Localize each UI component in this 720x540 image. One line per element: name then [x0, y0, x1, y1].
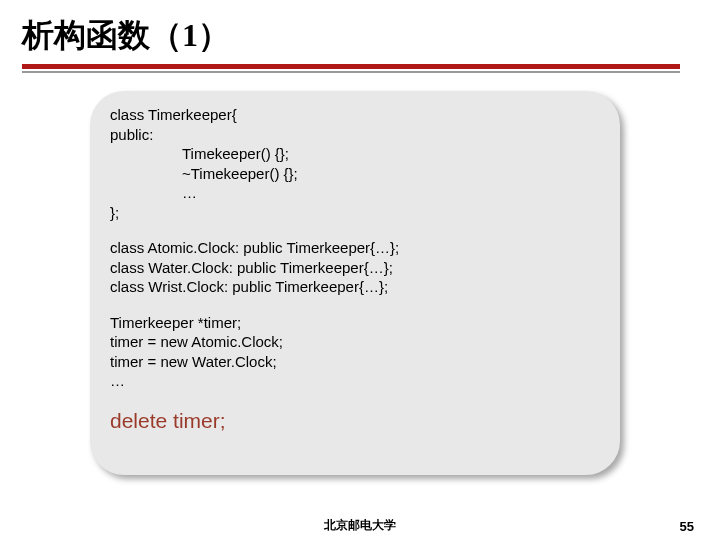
title-underline: [0, 64, 680, 73]
code-line: Timekeeper() {};: [110, 144, 606, 164]
code-line: …: [110, 183, 606, 203]
code-line: timer = new Atomic.Clock;: [110, 332, 606, 352]
code-line: class Water.Clock: public Timerkeeper{…}…: [110, 258, 606, 278]
code-panel: class Timerkeeper{ public: Timekeeper() …: [90, 91, 620, 475]
code-line: public:: [110, 125, 606, 145]
red-rule: [22, 64, 680, 69]
code-line: ~Timekeeper() {};: [110, 164, 606, 184]
gray-rule: [22, 71, 680, 73]
code-line: …: [110, 371, 606, 391]
footer-page-number: 55: [680, 519, 694, 534]
code-line: timer = new Water.Clock;: [110, 352, 606, 372]
slide-title: 析构函数（1）: [0, 0, 720, 64]
code-line: Timerkeeper *timer;: [110, 313, 606, 333]
code-line: };: [110, 203, 606, 223]
footer-university: 北京邮电大学: [0, 517, 720, 534]
code-line: class Timerkeeper{: [110, 105, 606, 125]
code-line: class Wrist.Clock: public Timerkeeper{…}…: [110, 277, 606, 297]
code-line-emphasis: delete timer;: [110, 407, 606, 434]
code-line: class Atomic.Clock: public Timerkeeper{……: [110, 238, 606, 258]
